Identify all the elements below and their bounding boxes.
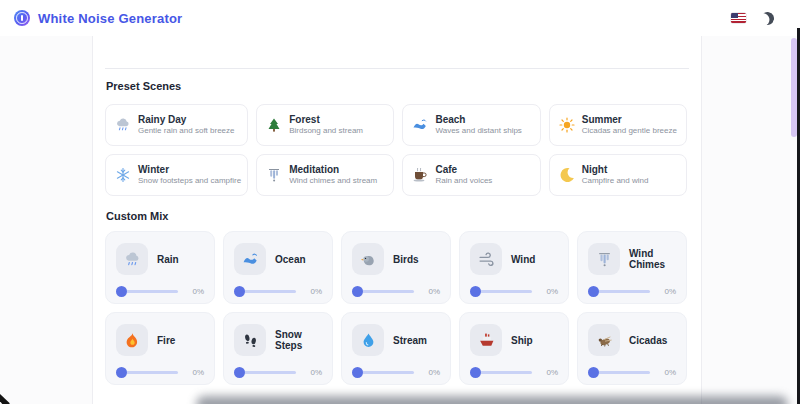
preset-description: Gentle rain and soft breeze — [138, 126, 235, 136]
wind-icon — [478, 251, 495, 268]
sound-toggle-button[interactable] — [352, 324, 384, 356]
sound-toggle-button[interactable] — [470, 324, 502, 356]
volume-slider-track[interactable] — [236, 290, 296, 293]
sound-name: Wind — [511, 254, 535, 265]
coffee-icon — [412, 167, 428, 183]
sound-toggle-button[interactable] — [234, 243, 266, 275]
volume-slider-track[interactable] — [590, 290, 650, 293]
sound-name: Cicadas — [629, 335, 667, 346]
volume-slider-thumb[interactable] — [470, 286, 481, 297]
presets-section-title: Preset Scenes — [106, 80, 181, 92]
volume-slider-track[interactable] — [472, 290, 532, 293]
volume-slider-thumb[interactable] — [352, 367, 363, 378]
preset-description: Waves and distant ships — [435, 126, 521, 136]
header-actions — [731, 12, 774, 25]
wave-icon — [412, 117, 428, 133]
bird-icon — [360, 251, 377, 268]
us-flag-icon[interactable] — [731, 13, 746, 23]
preset-text: MeditationWind chimes and stream — [289, 164, 377, 186]
preset-name: Rainy Day — [138, 114, 235, 126]
preset-card[interactable]: ForestBirdsong and stream — [256, 104, 394, 146]
volume-slider[interactable] — [588, 285, 652, 297]
main-panel: Preset Scenes Rainy DayGentle rain and s… — [92, 0, 702, 404]
preset-text: NightCampfire and wind — [582, 164, 649, 186]
volume-slider-track[interactable] — [590, 371, 650, 374]
volume-slider-thumb[interactable] — [116, 367, 127, 378]
preset-card[interactable]: BeachWaves and distant ships — [402, 104, 540, 146]
sound-toggle-button[interactable] — [234, 324, 266, 356]
volume-slider-row: 0% — [470, 285, 558, 297]
sound-name: Stream — [393, 335, 427, 346]
sound-toggle-button[interactable] — [116, 243, 148, 275]
preset-card[interactable]: CafeRain and voices — [402, 154, 540, 196]
volume-slider-track[interactable] — [472, 371, 532, 374]
ship-icon — [478, 332, 495, 349]
volume-slider-thumb[interactable] — [470, 367, 481, 378]
sound-toggle-button[interactable] — [470, 243, 502, 275]
volume-slider-thumb[interactable] — [234, 286, 245, 297]
wind-chime-icon — [266, 167, 282, 183]
volume-slider-track[interactable] — [118, 371, 178, 374]
volume-slider-row: 0% — [234, 285, 322, 297]
app-logo-icon — [14, 10, 30, 26]
volume-slider[interactable] — [588, 366, 652, 378]
volume-slider-row: 0% — [234, 366, 322, 378]
volume-slider-row: 0% — [470, 366, 558, 378]
preset-name: Forest — [289, 114, 363, 126]
mixer-card-header: Ship — [470, 324, 558, 356]
mixer-card-header: Stream — [352, 324, 440, 356]
volume-slider-row: 0% — [352, 366, 440, 378]
moon-icon[interactable] — [759, 10, 775, 26]
sound-toggle-button[interactable] — [116, 324, 148, 356]
preset-card[interactable]: MeditationWind chimes and stream — [256, 154, 394, 196]
volume-slider[interactable] — [234, 285, 298, 297]
mixer-card: Fire0% — [105, 312, 215, 385]
volume-slider-thumb[interactable] — [588, 286, 599, 297]
volume-slider-thumb[interactable] — [352, 286, 363, 297]
volume-slider[interactable] — [116, 285, 180, 297]
mixer-card-header: Birds — [352, 243, 440, 275]
volume-slider-track[interactable] — [118, 290, 178, 293]
preset-description: Campfire and wind — [582, 176, 649, 186]
droplet-icon — [360, 332, 377, 349]
preset-name: Night — [582, 164, 649, 176]
cicada-icon — [596, 332, 613, 349]
scrollbar-thumb[interactable] — [791, 38, 797, 137]
volume-slider[interactable] — [116, 366, 180, 378]
volume-slider[interactable] — [352, 285, 416, 297]
fire-icon — [124, 332, 141, 349]
volume-slider-track[interactable] — [354, 290, 414, 293]
preset-name: Winter — [138, 164, 241, 176]
preset-description: Birdsong and stream — [289, 126, 363, 136]
mixer-card-header: Ocean — [234, 243, 322, 275]
volume-slider-thumb[interactable] — [588, 367, 599, 378]
preset-name: Summer — [582, 114, 677, 126]
volume-value: 0% — [298, 368, 322, 377]
preset-card[interactable]: NightCampfire and wind — [549, 154, 687, 196]
mixer-card: Wind Chimes0% — [577, 231, 687, 304]
preset-card[interactable]: WinterSnow footsteps and campfire — [105, 154, 248, 196]
preset-text: BeachWaves and distant ships — [435, 114, 521, 136]
snowflake-icon — [115, 167, 131, 183]
volume-slider-row: 0% — [352, 285, 440, 297]
volume-slider-thumb[interactable] — [116, 286, 127, 297]
mixer-card-header: Wind — [470, 243, 558, 275]
preset-card[interactable]: SummerCicadas and gentle breeze — [549, 104, 687, 146]
preset-name: Meditation — [289, 164, 377, 176]
sound-toggle-button[interactable] — [588, 243, 620, 275]
volume-slider[interactable] — [352, 366, 416, 378]
volume-slider-track[interactable] — [236, 371, 296, 374]
volume-slider-track[interactable] — [354, 371, 414, 374]
sound-toggle-button[interactable] — [352, 243, 384, 275]
sound-toggle-button[interactable] — [588, 324, 620, 356]
wave-icon — [242, 251, 259, 268]
mixer-card: Snow Steps0% — [223, 312, 333, 385]
volume-slider[interactable] — [470, 366, 534, 378]
sound-name: Ocean — [275, 254, 306, 265]
volume-slider[interactable] — [470, 285, 534, 297]
preset-card[interactable]: Rainy DayGentle rain and soft breeze — [105, 104, 248, 146]
preset-text: WinterSnow footsteps and campfire — [138, 164, 241, 186]
volume-slider-thumb[interactable] — [234, 367, 245, 378]
volume-value: 0% — [534, 368, 558, 377]
volume-slider[interactable] — [234, 366, 298, 378]
